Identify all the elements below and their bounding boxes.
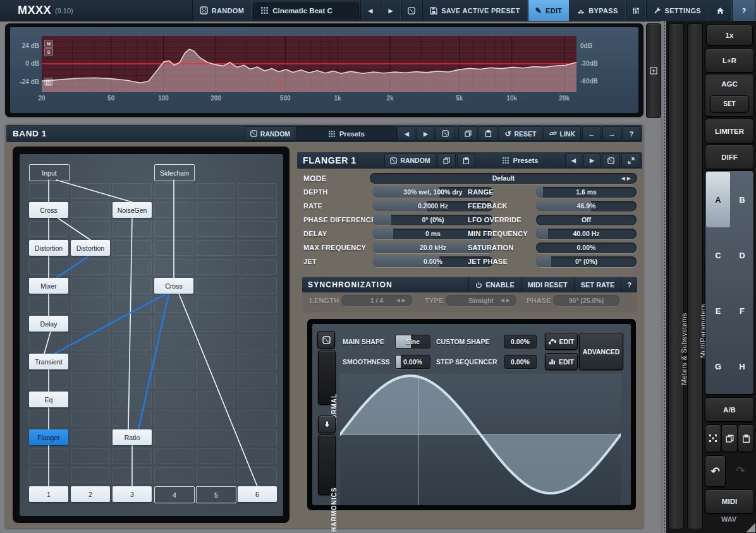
home-button[interactable]	[709, 0, 732, 21]
graph-node-4[interactable]: 4	[154, 486, 195, 503]
band-preset-random-button[interactable]	[436, 126, 454, 141]
multiparameters-panel[interactable]: MultiParameters	[687, 23, 703, 529]
flanger-random-button[interactable]: RANDOM	[384, 153, 436, 167]
global-copy-button[interactable]	[721, 424, 738, 452]
graph-node-distortion[interactable]: Distortion	[29, 240, 68, 256]
advanced-button[interactable]: ADVANCED	[579, 333, 623, 370]
band-link-button[interactable]: LINK	[544, 126, 582, 141]
diff-button[interactable]: DIFF	[705, 145, 754, 169]
slot-e[interactable]: E	[706, 283, 730, 338]
channel-mode-lr-button[interactable]: L+R	[705, 49, 754, 73]
param-slider-depth[interactable]: 30% wet, 100% dry	[373, 187, 493, 198]
slot-b[interactable]: B	[730, 172, 754, 227]
graph-node-5[interactable]: 5	[196, 486, 236, 503]
redo-button[interactable]: ↷	[728, 455, 753, 486]
oscillator-random-button[interactable]	[317, 331, 335, 349]
param-slider-saturation[interactable]: 0.00%	[536, 243, 637, 253]
preset-selector[interactable]: Cinematic Beat C	[253, 3, 359, 18]
preset-prev-button[interactable]: ◀	[360, 0, 381, 21]
band-presets-combo[interactable]: Presets	[296, 126, 397, 141]
preset-next-button[interactable]: ▶	[381, 0, 401, 21]
param-slider-min-frequency[interactable]: 40.00 Hz	[536, 229, 637, 239]
flanger-preset-next-button[interactable]: ▶	[583, 153, 601, 167]
copy-shape-down-button[interactable]	[318, 416, 336, 433]
random-button[interactable]: RANDOM	[192, 0, 252, 21]
graph-node-transient[interactable]: Transient	[29, 354, 68, 369]
help-button[interactable]: ?	[732, 0, 756, 21]
graph-node-6[interactable]: 6	[238, 486, 277, 502]
main-shape-value[interactable]: Sine	[395, 335, 430, 349]
sync-length-value[interactable]: 1 / 4 ◀▶	[341, 295, 412, 306]
limiter-button[interactable]: LIMITER	[705, 119, 754, 143]
graph-node-distortion[interactable]: Distortion	[71, 240, 110, 256]
agc-set-button[interactable]: SET	[710, 95, 749, 112]
analyzer-settings-strip[interactable]	[646, 23, 661, 118]
sync-enable-button[interactable]: ENABLE	[468, 277, 521, 292]
flanger-preset-random-button[interactable]	[602, 153, 620, 167]
midi-button[interactable]: MIDI	[705, 489, 754, 513]
graph-node-mixer[interactable]: Mixer	[29, 278, 68, 294]
step-sequencer-edit-button[interactable]: EDIT	[545, 353, 578, 370]
ab-compare-button[interactable]: A/B	[705, 397, 754, 422]
meters-subsystems-panel[interactable]: Meters & Subsystems	[668, 23, 684, 529]
param-slider-jet-phase[interactable]: 0° (0%)	[536, 256, 637, 267]
flanger-preset-prev-button[interactable]: ◀	[565, 153, 582, 167]
undo-button[interactable]: ↶	[705, 455, 726, 487]
graph-node-eq[interactable]: Eq	[29, 392, 68, 407]
param-slider-feedback[interactable]: 46.9%	[536, 201, 637, 212]
edit-button[interactable]: ✎ EDIT	[528, 0, 570, 21]
channel-mode-button[interactable]	[626, 0, 646, 21]
graph-node-flanger[interactable]: Flanger	[29, 429, 68, 445]
graph-node-3[interactable]: 3	[113, 486, 152, 502]
smoothness-value[interactable]: 0.00%	[395, 355, 430, 369]
resize-grip[interactable]	[746, 523, 755, 532]
slot-g[interactable]: G	[706, 338, 730, 394]
slot-a[interactable]: A	[706, 172, 730, 227]
sync-type-value[interactable]: Straight ◀▶	[446, 295, 516, 306]
slot-d[interactable]: D	[730, 227, 754, 283]
waveform-display[interactable]	[340, 374, 621, 505]
step-sequencer-value[interactable]: 0.00%	[504, 355, 537, 369]
flanger-presets-combo[interactable]: Presets	[476, 153, 564, 167]
slot-f[interactable]: F	[730, 283, 754, 338]
custom-shape-value[interactable]: 0.00%	[504, 335, 537, 349]
spectrum-plot[interactable]	[42, 36, 576, 92]
graph-node-ratio[interactable]: Ratio	[113, 429, 152, 445]
band-prev-button[interactable]: ←	[582, 126, 601, 141]
graph-node-1[interactable]: 1	[29, 486, 68, 502]
flanger-detach-button[interactable]	[621, 153, 640, 167]
mid-button[interactable]: M	[44, 40, 53, 48]
graph-node-noisegen[interactable]: NoiseGen	[113, 202, 152, 218]
param-slider-jet[interactable]: 0.00%	[373, 256, 493, 267]
param-slider-phase-difference[interactable]: 0° (0%)	[373, 215, 493, 225]
bypass-button[interactable]: BYPASS	[570, 0, 625, 21]
param-slider-rate[interactable]: 0.2000 Hz	[373, 201, 493, 212]
settings-button[interactable]: SETTINGS	[646, 0, 709, 21]
tab-normal[interactable]: NORMAL	[318, 350, 336, 405]
flanger-copy-button[interactable]	[437, 153, 456, 167]
tab-harmonics[interactable]: HARMONICS	[318, 434, 336, 495]
graph-node-2[interactable]: 2	[71, 486, 110, 502]
graph-node-cross[interactable]: Cross	[29, 202, 68, 218]
param-slider-lfo-override[interactable]: Off	[536, 215, 637, 225]
graph-node-delay[interactable]: Delay	[29, 316, 68, 332]
band-paste-button[interactable]	[479, 126, 497, 141]
slot-c[interactable]: C	[706, 227, 730, 283]
side-button[interactable]: S	[44, 48, 53, 56]
band-preset-prev-button[interactable]: ◀	[398, 126, 415, 141]
analyzer-display[interactable]: 24 dB0 dB-24 dB 0dB-30dB-60dB 2050100200…	[10, 27, 638, 113]
sync-help-button[interactable]: ?	[621, 277, 637, 292]
band-preset-next-button[interactable]: ▶	[417, 126, 434, 141]
sync-set-rate-button[interactable]: SET RATE	[574, 277, 621, 292]
normalize-button[interactable]	[44, 78, 53, 86]
graph-node-input[interactable]: Input	[29, 164, 70, 181]
custom-shape-edit-button[interactable]: EDIT	[545, 333, 578, 350]
wav-label[interactable]: WAV	[705, 515, 753, 523]
graph-node-cross[interactable]: Cross	[154, 278, 193, 294]
flanger-paste-button[interactable]	[457, 153, 475, 167]
slot-h[interactable]: H	[730, 338, 754, 394]
graph-node-sidechain[interactable]: Sidechain	[154, 164, 195, 181]
band-reset-button[interactable]: ↺ RESET	[499, 126, 542, 141]
sync-midi-reset-button[interactable]: MIDI RESET	[521, 277, 574, 292]
mode-selector[interactable]: Default◀▶	[370, 173, 637, 184]
